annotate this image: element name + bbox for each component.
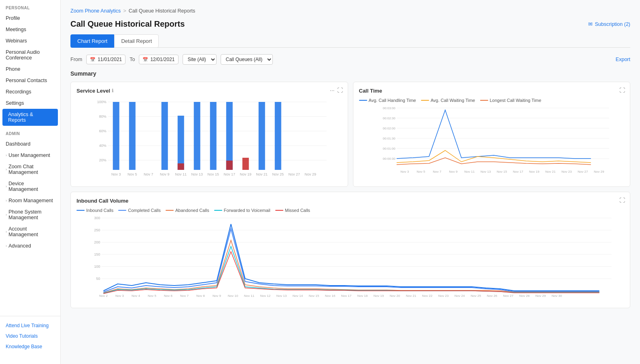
expand-icon[interactable]: ⛶	[337, 87, 343, 93]
svg-text:Nov 10: Nov 10	[228, 294, 238, 298]
svg-text:Nov 7: Nov 7	[180, 294, 189, 298]
breadcrumb-separator: >	[123, 8, 126, 14]
svg-rect-10	[113, 102, 119, 170]
sidebar-item-profile[interactable]: Profile	[0, 13, 60, 24]
personal-section: PERSONAL Profile Meetings Webinars Perso…	[0, 0, 60, 126]
svg-rect-21	[275, 102, 281, 170]
attend-live-training-link[interactable]: Attend Live Training	[0, 320, 60, 331]
legend-dot-waiting	[421, 100, 429, 101]
svg-text:Nov 15: Nov 15	[309, 294, 319, 298]
breadcrumb-current: Call Queue Historical Reports	[129, 8, 196, 14]
svg-text:250: 250	[94, 228, 100, 232]
sidebar-item-phone[interactable]: Phone	[0, 63, 60, 75]
expand-icon: ›	[6, 167, 7, 171]
to-date-input[interactable]: 📅 12/01/2021	[139, 55, 178, 64]
legend-dot-longest	[480, 100, 488, 101]
call-time-chart: Call Time ⛶ Avg. Call Handling Time Avg.…	[353, 82, 631, 187]
expand-icon[interactable]: ⛶	[619, 87, 625, 93]
sidebar-item-user-management[interactable]: › User Management	[0, 150, 60, 161]
admin-section-label: ADMIN	[0, 126, 60, 138]
expand-icon: ›	[6, 153, 7, 157]
sidebar-item-recordings[interactable]: Recordings	[0, 86, 60, 97]
svg-text:100%: 100%	[97, 100, 106, 104]
sidebar-item-personal-audio[interactable]: Personal Audio Conference	[0, 47, 60, 63]
inbound-legend: Inbound Calls Completed Calls Abandoned …	[77, 208, 624, 213]
sidebar-item-webinars[interactable]: Webinars	[0, 35, 60, 47]
svg-text:00:03:00: 00:03:00	[383, 106, 395, 110]
sidebar-item-label: Account Management	[9, 226, 55, 237]
legend-inbound: Inbound Calls	[77, 208, 113, 213]
svg-text:Nov 21: Nov 21	[545, 170, 556, 174]
sidebar-item-meetings[interactable]: Meetings	[0, 24, 60, 35]
svg-text:Nov 11: Nov 11	[464, 170, 475, 174]
svg-text:100: 100	[94, 265, 100, 269]
sidebar-item-personal-contacts[interactable]: Personal Contacts	[0, 75, 60, 86]
info-icon[interactable]: ℹ	[112, 88, 113, 93]
sidebar-item-label: Analytics & Reports	[8, 112, 52, 123]
sidebar-item-room-management[interactable]: › Room Management	[0, 195, 60, 206]
svg-text:Nov 19: Nov 19	[374, 294, 384, 298]
svg-text:Nov 13: Nov 13	[481, 170, 491, 174]
chart-actions[interactable]: ⛶	[619, 87, 625, 93]
svg-text:Nov 24: Nov 24	[455, 294, 465, 298]
svg-text:Nov 17: Nov 17	[513, 170, 523, 174]
breadcrumb-parent[interactable]: Zoom Phone Analytics	[70, 8, 121, 14]
svg-text:Nov 23: Nov 23	[438, 294, 449, 298]
more-icon[interactable]: ···	[330, 87, 335, 93]
chart-actions[interactable]: ··· ⛶	[330, 87, 343, 93]
tab-detail-report[interactable]: Detail Report	[114, 34, 159, 48]
svg-text:Nov 25: Nov 25	[471, 294, 481, 298]
to-label: To	[130, 57, 135, 62]
svg-rect-13	[178, 116, 184, 170]
svg-text:Nov 25: Nov 25	[272, 172, 284, 176]
sidebar-item-settings[interactable]: Settings	[0, 97, 60, 109]
chart-actions-inbound[interactable]: ⛶	[619, 197, 625, 203]
sidebar-item-account-management[interactable]: › Account Management	[0, 223, 60, 240]
svg-text:Nov 5: Nov 5	[417, 170, 425, 174]
personal-section-label: PERSONAL	[0, 0, 60, 13]
svg-text:Nov 22: Nov 22	[422, 294, 433, 298]
sidebar-item-zoom-chat[interactable]: › Zoom Chat Management	[0, 161, 60, 178]
sidebar-item-label: Device Management	[9, 181, 55, 192]
sidebar-item-label: Webinars	[6, 38, 27, 44]
legend-voicemail: Forwarded to Voicemail	[214, 208, 270, 213]
service-level-chart: Service Level ℹ ··· ⛶ 100% 80% 60% 40% 2…	[70, 82, 348, 187]
from-date-input[interactable]: 📅 11/01/2021	[86, 55, 125, 64]
site-select[interactable]: Site (All)	[183, 54, 217, 65]
call-queues-select[interactable]: Call Queues (All)	[221, 54, 273, 65]
svg-text:Nov 17: Nov 17	[223, 172, 235, 176]
svg-text:Nov 21: Nov 21	[406, 294, 417, 298]
sidebar-item-label: Phone	[6, 66, 20, 72]
svg-text:Nov 7: Nov 7	[144, 172, 153, 176]
svg-text:Nov 3: Nov 3	[400, 170, 409, 174]
svg-text:80%: 80%	[99, 114, 106, 119]
svg-text:40%: 40%	[99, 144, 106, 148]
expand-icon: ›	[6, 199, 7, 203]
sidebar-item-phone-system[interactable]: › Phone System Management	[0, 206, 60, 223]
calendar-icon: 📅	[90, 57, 96, 62]
tab-chart-report[interactable]: Chart Report	[70, 34, 114, 48]
sidebar-item-device-management[interactable]: › Device Management	[0, 178, 60, 195]
expand-icon: ›	[6, 184, 7, 188]
top-charts-row: Service Level ℹ ··· ⛶ 100% 80% 60% 40% 2…	[70, 82, 630, 187]
svg-text:Nov 13: Nov 13	[276, 294, 287, 298]
inbound-title: Inbound Call Volume	[77, 198, 624, 204]
legend-dot-completed	[118, 210, 126, 211]
sidebar-item-advanced[interactable]: › Advanced	[0, 240, 60, 252]
subscription-button[interactable]: ✉ Subscription (2)	[588, 21, 630, 27]
svg-text:00:01:00: 00:01:00	[383, 147, 395, 150]
export-button[interactable]: Export	[616, 57, 630, 62]
expand-icon[interactable]: ⛶	[619, 197, 625, 203]
svg-text:00:01:30: 00:01:30	[383, 137, 395, 140]
filter-row: From 📅 11/01/2021 To 📅 12/01/2021 Site (…	[70, 54, 630, 65]
knowledge-base-link[interactable]: Knowledge Base	[0, 341, 60, 352]
call-time-svg: 00:03:00 00:02:30 00:02:00 00:01:30 00:0…	[359, 106, 625, 177]
service-level-title: Service Level ℹ	[77, 88, 342, 94]
sidebar-item-analytics[interactable]: Analytics & Reports	[2, 109, 58, 126]
video-tutorials-link[interactable]: Video Tutorials	[0, 331, 60, 341]
svg-rect-12	[162, 102, 168, 170]
expand-icon: ›	[6, 244, 7, 248]
svg-text:Nov 29: Nov 29	[304, 172, 316, 176]
sidebar-item-dashboard[interactable]: Dashboard	[0, 138, 60, 150]
svg-rect-16	[210, 102, 217, 170]
